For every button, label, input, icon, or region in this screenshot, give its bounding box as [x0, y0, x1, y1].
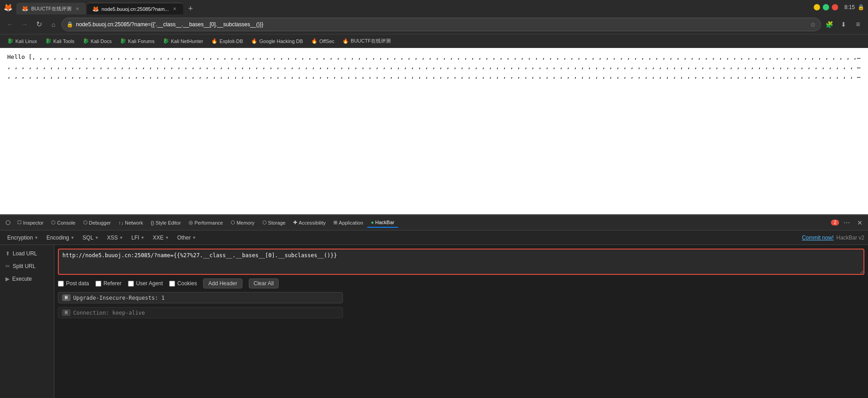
tab-close-1[interactable]: ✕ [74, 5, 81, 12]
addressbar: ← → ↻ ⌂ 🔒 node5.buuoj.cn:25085/?name={{'… [0, 14, 868, 34]
console-icon: ⬡ [51, 220, 56, 225]
user-agent-checkbox[interactable] [128, 281, 134, 287]
bookmarks-bar: 🐉 Kali Linux 🐉 Kali Tools 🐉 Kali Docs 🐉 … [0, 34, 868, 48]
page-line-2: , , , , , , , , , , , , , , , , , , , , … [7, 62, 861, 72]
devtools-hackbar-tab[interactable]: ● HackBar [367, 218, 398, 228]
header-row-1: H Upgrade-Insecure-Requests: 1 [58, 292, 343, 303]
cookies-checkbox-label[interactable]: Cookies [169, 280, 197, 287]
xss-label: XSS [107, 235, 118, 241]
window-controls: 8:15 🔒 [814, 4, 864, 10]
address-bar-container[interactable]: 🔒 node5.buuoj.cn:25085/?name={{'.__class… [62, 18, 821, 31]
load-url-button[interactable]: ⬆ Load URL [0, 248, 54, 259]
header-1-badge: H [62, 294, 71, 301]
clear-all-button[interactable]: Clear All [249, 278, 279, 288]
bookmark-kali-nethunter[interactable]: 🐉 Kali NetHunter [159, 37, 207, 45]
bookmark-offsec[interactable]: 🔥 OffSec [308, 37, 338, 45]
bookmark-kali-forums[interactable]: 🐉 Kali Forums [116, 37, 158, 45]
tab-node5[interactable]: 🦊 node5.buuoj.cn:25085/?nam... ✕ [87, 3, 184, 14]
cookies-checkbox[interactable] [169, 281, 175, 287]
devtools-storage-tab[interactable]: ⬡ Storage [259, 218, 289, 227]
bookmark-label-google-hacking: Google Hacking DB [259, 38, 303, 44]
load-url-icon: ⬆ [5, 250, 10, 257]
devtools-style-editor-tab[interactable]: {} Style Editor [147, 218, 185, 227]
tab-label-1: BUUCTF在线评测 [31, 5, 71, 12]
bookmark-label-nethunter: Kali NetHunter [171, 38, 204, 44]
devtools-inspector-tab[interactable]: ☐ Inspector [14, 218, 47, 227]
hackbar-menu-xss[interactable]: XSS ▼ [104, 233, 127, 242]
devtools-inspect-button[interactable]: ⬡ [3, 217, 13, 228]
hackbar-menu-lfi[interactable]: LFI ▼ [128, 233, 148, 242]
bookmark-label-buuctf: BUUCTF在线评测 [351, 38, 391, 44]
header-row-2: H Connection: keep-alive [58, 307, 343, 318]
bookmark-buuctf[interactable]: 🔥 BUUCTF在线评测 [339, 36, 394, 46]
split-url-icon: ✂ [5, 263, 10, 269]
page-content: Hello [, , , , , , , , , , , , , , , , ,… [0, 48, 868, 214]
hackbar-menu-encoding[interactable]: Encoding ▼ [43, 233, 78, 242]
hackbar-menu-other[interactable]: Other ▼ [174, 233, 200, 242]
error-badge: 2 [831, 220, 839, 225]
tab-close-2[interactable]: ✕ [171, 6, 178, 12]
referer-checkbox-label[interactable]: Referer [95, 280, 122, 287]
network-label: Network [125, 220, 143, 225]
storage-icon: ⬡ [262, 220, 267, 225]
hackbar-url-input[interactable]: http://node5.buuoj.cn:25085/?name={{%27%… [58, 249, 864, 275]
tab-favicon-2: 🦊 [92, 6, 99, 12]
hackbar-menu-right: Commit now! HackBar v2 [802, 235, 864, 241]
lfi-label: LFI [131, 235, 139, 241]
devtools-application-tab[interactable]: ⊞ Application [330, 218, 367, 227]
add-header-button[interactable]: Add Header [203, 278, 242, 288]
bookmark-icon-buuctf: 🔥 [342, 38, 349, 44]
user-agent-checkbox-label[interactable]: User Agent [128, 280, 163, 287]
execute-button[interactable]: ▶ Execute [0, 273, 54, 285]
bookmark-kali-linux[interactable]: 🐉 Kali Linux [4, 37, 41, 45]
bookmark-kali-docs[interactable]: 🐉 Kali Docs [79, 37, 115, 45]
commit-now-link[interactable]: Commit now! [802, 235, 834, 241]
devtools-memory-tab[interactable]: ⬡ Memory [227, 218, 258, 227]
maximize-button[interactable] [823, 4, 829, 10]
bookmark-label-kali-docs: Kali Docs [91, 38, 112, 44]
hackbar-label: HackBar [375, 220, 394, 225]
bookmark-exploit-db[interactable]: 🔥 Exploit-DB [208, 37, 247, 45]
load-url-label: Load URL [13, 250, 37, 257]
menu-icon[interactable]: ≡ [852, 18, 864, 31]
referer-checkbox[interactable] [95, 281, 101, 287]
devtools-debugger-tab[interactable]: ⬡ Debugger [80, 218, 114, 227]
bookmark-kali-tools[interactable]: 🐉 Kali Tools [42, 37, 78, 45]
style-editor-icon: {} [151, 220, 154, 225]
forward-button[interactable]: → [18, 18, 31, 31]
bookmark-star-icon[interactable]: ☆ [810, 21, 816, 28]
devtools-close-button[interactable]: ✕ [854, 217, 865, 228]
minimize-button[interactable] [814, 4, 820, 10]
encryption-label: Encryption [7, 235, 33, 241]
tab-buuctf[interactable]: 🦊 BUUCTF在线评测 ✕ [16, 3, 86, 14]
hackbar-menu-encryption[interactable]: Encryption ▼ [4, 233, 42, 242]
extensions-icon[interactable]: 🧩 [823, 18, 835, 31]
devtools-toolbar: ⬡ ☐ Inspector ⬡ Console ⬡ Debugger ↑↓ Ne… [0, 215, 868, 230]
split-url-button[interactable]: ✂ Split URL [0, 260, 54, 272]
hackbar-panel: Encryption ▼ Encoding ▼ SQL ▼ XSS ▼ LFI … [0, 230, 868, 398]
bookmark-label-offsec: OffSec [319, 38, 334, 44]
hackbar-menu-sql[interactable]: SQL ▼ [79, 233, 103, 242]
console-label: Console [57, 220, 75, 225]
page-line-1: Hello [, , , , , , , , , , , , , , , , ,… [7, 53, 861, 62]
devtools-network-tab[interactable]: ↑↓ Network [115, 218, 147, 227]
post-data-checkbox[interactable] [58, 281, 64, 287]
post-data-checkbox-label[interactable]: Post data [58, 280, 89, 287]
back-button[interactable]: ← [4, 18, 16, 31]
downloads-icon[interactable]: ⬇ [837, 18, 850, 31]
home-button[interactable]: ⌂ [47, 18, 60, 31]
devtools-more-button[interactable]: ⋯ [841, 217, 853, 228]
bookmark-google-hacking-db[interactable]: 🔥 Google Hacking DB [247, 37, 307, 45]
bookmark-icon-kali-linux: 🐉 [7, 38, 14, 44]
hackbar-menu: Encryption ▼ Encoding ▼ SQL ▼ XSS ▼ LFI … [0, 230, 868, 245]
devtools-accessibility-tab[interactable]: ✚ Accessibility [289, 218, 329, 227]
close-button[interactable] [832, 4, 838, 10]
referer-label: Referer [104, 280, 122, 287]
hackbar-menu-xxe[interactable]: XXE ▼ [149, 233, 173, 242]
accessibility-label: Accessibility [299, 220, 326, 225]
devtools-performance-tab[interactable]: ◎ Performance [185, 218, 227, 227]
reload-button[interactable]: ↻ [33, 18, 45, 31]
new-tab-button[interactable]: + [184, 3, 197, 14]
hackbar-icon: ● [371, 220, 374, 225]
devtools-console-tab[interactable]: ⬡ Console [47, 218, 79, 227]
